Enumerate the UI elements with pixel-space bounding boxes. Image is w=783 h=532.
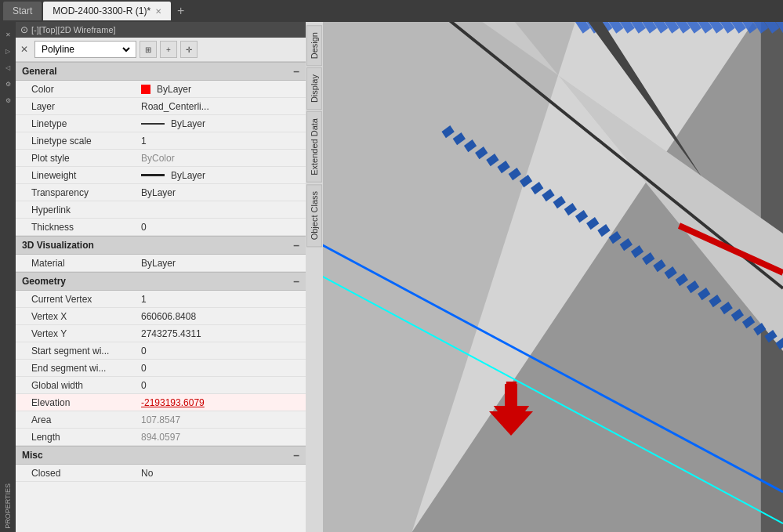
object-type-selector[interactable]: Polyline xyxy=(34,41,136,58)
prop-vertex-x: Vertex X 660606.8408 xyxy=(16,308,306,325)
svg-marker-64 xyxy=(489,411,533,436)
panel-close-button[interactable]: ✕ xyxy=(20,44,28,55)
prop-material: Material ByLayer xyxy=(16,255,306,272)
3d-collapse-icon[interactable]: – xyxy=(293,239,299,252)
prop-layer: Layer Road_Centerli... xyxy=(16,98,306,115)
prop-start-segment: Start segment wi... 0 xyxy=(16,342,306,360)
toolbar-icon-add[interactable]: + xyxy=(160,41,177,58)
prop-lineweight: Lineweight ByLayer xyxy=(16,167,306,184)
main-layout: ✕ ▷ ◁ ⚙ ⚙ PROPERTIES ⊙ [-][Top][2D Wiref… xyxy=(0,22,783,532)
tab-main[interactable]: MOD-2400-3300-R (1)* ✕ xyxy=(43,2,171,20)
panel-toolbar: ✕ Polyline ⊞ + ✛ xyxy=(16,38,306,62)
tab-design[interactable]: Design xyxy=(306,25,322,66)
properties-panel: ⊙ [-][Top][2D Wireframe] ✕ Polyline ⊞ + … xyxy=(16,22,306,532)
prop-linetype-scale: Linetype scale 1 xyxy=(16,132,306,150)
properties-content: General – Color ByLayer Layer Road_Cente… xyxy=(16,62,306,532)
toolbar-icon-link[interactable]: ✛ xyxy=(180,41,198,58)
tab-start[interactable]: Start xyxy=(3,2,42,20)
toolbar-icon-grid[interactable]: ⊞ xyxy=(140,41,157,58)
object-type-dropdown[interactable]: Polyline xyxy=(38,43,132,56)
prop-area: Area 107.8547 xyxy=(16,411,306,429)
prop-plot-style: Plot style ByColor xyxy=(16,150,306,167)
section-general-header[interactable]: General – xyxy=(16,62,306,81)
section-3d-header[interactable]: 3D Visualization – xyxy=(16,236,306,255)
prop-current-vertex: Current Vertex 1 xyxy=(16,291,306,308)
prop-end-segment: End segment wi... 0 xyxy=(16,360,306,377)
tab-extended-data[interactable]: Extended Data xyxy=(306,111,322,183)
prop-thickness: Thickness 0 xyxy=(16,219,306,236)
linetype-preview xyxy=(141,123,165,125)
prop-hyperlink: Hyperlink xyxy=(16,201,306,219)
road-visualization xyxy=(323,22,783,532)
tab-close-icon[interactable]: ✕ xyxy=(155,7,161,16)
section-misc-header[interactable]: Misc – xyxy=(16,446,306,465)
prop-closed: Closed No xyxy=(16,465,306,482)
misc-collapse-icon[interactable]: – xyxy=(293,449,299,461)
viewport-label: [-][Top][2D Wireframe] xyxy=(31,25,116,34)
tab-object-class[interactable]: Object Class xyxy=(306,184,322,247)
prop-length: Length 894.0597 xyxy=(16,429,306,446)
tab-bar: Start MOD-2400-3300-R (1)* ✕ + xyxy=(0,0,783,22)
cad-viewport[interactable] xyxy=(323,22,783,532)
prop-linetype: Linetype ByLayer xyxy=(16,115,306,132)
prop-elevation[interactable]: Elevation -2193193.6079 xyxy=(16,394,306,411)
right-side-tabs: Design Display Extended Data Object Clas… xyxy=(306,22,323,532)
svg-rect-63 xyxy=(505,384,517,411)
geometry-collapse-icon[interactable]: – xyxy=(293,275,299,288)
prop-global-width: Global width 0 xyxy=(16,377,306,394)
section-geometry-header[interactable]: Geometry – xyxy=(16,272,306,291)
general-collapse-icon[interactable]: – xyxy=(293,65,299,78)
prop-color: Color ByLayer xyxy=(16,81,306,98)
lineweight-preview xyxy=(141,174,165,176)
tab-display[interactable]: Display xyxy=(306,67,322,110)
color-swatch xyxy=(141,85,150,94)
viewport-compass-icon: ⊙ xyxy=(20,24,28,35)
prop-transparency: Transparency ByLayer xyxy=(16,184,306,201)
left-tools-strip: ✕ ▷ ◁ ⚙ ⚙ PROPERTIES xyxy=(0,22,16,532)
prop-vertex-y: Vertex Y 2743275.4311 xyxy=(16,325,306,342)
tab-add-button[interactable]: + xyxy=(172,4,189,18)
down-arrow-annotation xyxy=(488,382,535,440)
properties-vertical-label: PROPERTIES xyxy=(4,483,12,529)
